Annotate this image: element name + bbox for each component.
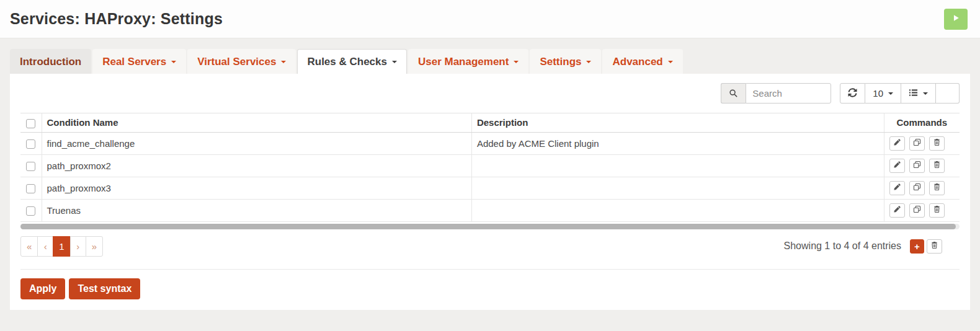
refresh-icon <box>848 88 857 99</box>
pagination-last[interactable]: » <box>86 236 103 257</box>
grid-footer-right: Showing 1 to 4 of 4 entries + <box>784 239 960 254</box>
tab-bar: Introduction Real Servers Virtual Servic… <box>10 49 970 74</box>
clone-button[interactable] <box>909 159 925 173</box>
main-content: Introduction Real Servers Virtual Servic… <box>0 38 980 310</box>
page-header: Services: HAProxy: Settings <box>0 0 980 38</box>
column-header-commands: Commands <box>884 113 960 133</box>
condition-name-cell: find_acme_challenge <box>42 132 471 154</box>
caret-down-icon <box>392 61 397 66</box>
refresh-button[interactable] <box>840 83 865 104</box>
pencil-icon <box>893 161 901 170</box>
condition-name-cell: path_proxmox3 <box>42 177 471 199</box>
table-header-row: Condition Name Description Commands <box>20 113 960 133</box>
clone-button[interactable] <box>909 136 925 151</box>
table-row: find_acme_challenge Added by ACME Client… <box>20 132 960 154</box>
tab-virtual-services[interactable]: Virtual Services <box>187 49 296 74</box>
caret-down-icon <box>668 61 673 66</box>
row-checkbox[interactable] <box>26 162 35 171</box>
divider <box>20 269 960 270</box>
tab-rules-checks[interactable]: Rules & Checks <box>297 49 407 74</box>
tab-introduction[interactable]: Introduction <box>10 49 91 74</box>
clone-icon <box>913 205 921 215</box>
tab-real-servers[interactable]: Real Servers <box>92 49 186 74</box>
page-title: Services: HAProxy: Settings <box>10 10 223 28</box>
condition-name-cell: Truenas <box>42 199 471 221</box>
row-checkbox[interactable] <box>26 139 35 149</box>
edit-button[interactable] <box>889 159 905 173</box>
pencil-icon <box>893 205 901 215</box>
content-panel: 10 Condition Name Description Commands <box>10 74 970 310</box>
pagination-next[interactable]: › <box>70 236 86 257</box>
clone-button[interactable] <box>909 203 925 218</box>
caret-down-icon <box>888 92 893 97</box>
delete-button[interactable] <box>929 159 945 173</box>
pagination: « ‹ 1 › » <box>20 236 103 257</box>
pagination-first[interactable]: « <box>20 236 38 257</box>
toolbar-spacer <box>936 83 960 104</box>
pagination-prev[interactable]: ‹ <box>37 236 53 257</box>
row-checkbox[interactable] <box>26 206 35 216</box>
trash-icon <box>933 183 941 193</box>
play-icon <box>951 14 960 24</box>
delete-button[interactable] <box>929 181 945 195</box>
edit-button[interactable] <box>889 181 905 195</box>
add-button[interactable]: + <box>910 239 924 254</box>
page-size-dropdown[interactable]: 10 <box>865 83 901 104</box>
description-cell <box>471 177 884 199</box>
edit-button[interactable] <box>889 136 905 151</box>
search-group <box>721 83 831 104</box>
caret-down-icon <box>586 61 591 66</box>
search-input[interactable] <box>746 83 831 104</box>
edit-button[interactable] <box>889 203 905 218</box>
column-header-description[interactable]: Description <box>471 113 884 133</box>
trash-icon <box>933 138 941 148</box>
clone-icon <box>913 138 921 148</box>
trash-icon <box>933 161 941 170</box>
row-checkbox[interactable] <box>26 184 35 193</box>
trash-icon <box>933 205 941 215</box>
grid-footer: « ‹ 1 › » Showing 1 to 4 of 4 entries + <box>20 236 960 257</box>
tab-advanced[interactable]: Advanced <box>602 49 682 74</box>
add-delete-group: + <box>910 239 942 254</box>
service-start-button[interactable] <box>944 9 968 30</box>
description-cell: Added by ACME Client plugin <box>471 132 884 154</box>
list-icon <box>909 88 918 99</box>
tab-settings[interactable]: Settings <box>530 49 601 74</box>
delete-selected-button[interactable] <box>927 239 942 254</box>
select-all-checkbox[interactable] <box>26 119 35 128</box>
condition-name-cell: path_proxmox2 <box>42 154 471 177</box>
caret-down-icon <box>171 61 176 66</box>
entries-summary: Showing 1 to 4 of 4 entries <box>784 241 901 252</box>
table-row: path_proxmox2 <box>20 154 960 177</box>
grid-toolbar: 10 <box>20 83 960 104</box>
search-icon <box>721 83 746 104</box>
clone-button[interactable] <box>909 181 925 195</box>
column-header-condition-name[interactable]: Condition Name <box>42 113 471 133</box>
clone-icon <box>913 183 921 193</box>
pencil-icon <box>893 183 901 193</box>
grid-controls: 10 <box>840 83 960 104</box>
delete-button[interactable] <box>929 136 945 151</box>
conditions-table: Condition Name Description Commands find… <box>20 113 960 222</box>
pagination-page-1[interactable]: 1 <box>53 236 70 257</box>
horizontal-scrollbar <box>20 224 960 229</box>
clone-icon <box>913 161 921 170</box>
apply-button[interactable]: Apply <box>20 278 65 299</box>
delete-button[interactable] <box>929 203 945 218</box>
table-row: path_proxmox3 <box>20 177 960 199</box>
tab-user-management[interactable]: User Management <box>408 49 528 74</box>
scrollbar-thumb[interactable] <box>20 224 956 229</box>
caret-down-icon <box>281 61 286 66</box>
description-cell <box>471 154 884 177</box>
description-cell <box>471 199 884 221</box>
column-selector-dropdown[interactable] <box>901 83 936 104</box>
caret-down-icon <box>923 92 928 97</box>
pencil-icon <box>893 138 901 148</box>
apply-row: Apply Test syntax <box>20 278 960 299</box>
caret-down-icon <box>514 61 519 66</box>
trash-icon <box>930 241 938 251</box>
table-row: Truenas <box>20 199 960 221</box>
test-syntax-button[interactable]: Test syntax <box>69 278 140 299</box>
